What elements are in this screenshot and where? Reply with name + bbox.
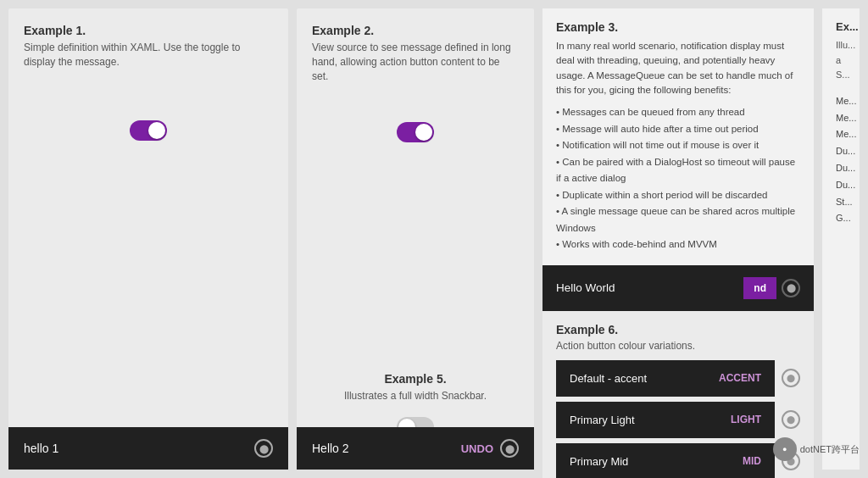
example2-panel: Example 2. View source to see message de…: [297, 8, 534, 470]
ex2-snackbar-right: UNDO ⬤: [461, 439, 519, 458]
partial-item-8: G...: [836, 210, 846, 227]
hello-world-snackbar: Hello World nd ⬤: [542, 265, 814, 311]
ex2-toggle-area: [312, 122, 519, 142]
dotnet-label: dotNET跨平台: [822, 443, 860, 456]
ex6-accent-expand-icon: ⬤: [787, 374, 795, 382]
ex3-title: Example 3.: [556, 20, 800, 34]
ex3-list-item-3: • Notification will not time out if mous…: [556, 137, 800, 154]
ex1-title: Example 1.: [24, 24, 273, 37]
ex3-list: • Messages can be queued from any thread…: [556, 104, 800, 253]
partial-item-1: Me...: [836, 93, 846, 110]
dotnet-watermark: ● dotNET跨平台: [822, 437, 860, 461]
ex6-light-expand[interactable]: ⬤: [782, 410, 800, 429]
hello-world-action[interactable]: nd: [743, 277, 776, 299]
ex3-list-item-6: • A single message queue can be shared a…: [556, 203, 800, 236]
ex5-title: Example 5.: [312, 372, 519, 386]
ex3-list-item-7: • Works with code-behind and MVVM: [556, 236, 800, 253]
ex6-row-3: Primary Mid MID ⬤: [556, 443, 800, 478]
partial-item-4: Du...: [836, 143, 846, 160]
ex6-light-action[interactable]: LIGHT: [731, 414, 761, 425]
partial-item-6: Du...: [836, 177, 846, 194]
ex6-mid-label: Primary Mid: [570, 455, 628, 468]
ex3-list-item-4: • Can be paired with a DialogHost so tim…: [556, 154, 800, 187]
ex6-desc: Action button colour variations.: [556, 340, 800, 352]
ex1-snackbar-text: hello 1: [24, 442, 58, 455]
ex6-row-1: Default - accent ACCENT ⬤: [556, 360, 800, 397]
ex2-title: Example 2.: [312, 24, 519, 37]
ex6-mid-action[interactable]: MID: [743, 455, 761, 467]
partial-line-1: Illu...: [836, 38, 846, 53]
example1-panel: Example 1. Simple definition within XAML…: [8, 8, 288, 470]
ex2-snackbar-text: Hello 2: [312, 442, 349, 455]
ex5-desc: Illustrates a full width Snackbar.: [312, 389, 519, 403]
ex6-snackbar-mid: Primary Mid MID: [556, 443, 775, 478]
example3-panel: Example 3. In many real world scenario, …: [542, 8, 814, 265]
ex6-snackbar-accent: Default - accent ACCENT: [556, 360, 775, 397]
partial-item-2: Me...: [836, 110, 846, 127]
ex6-accent-action[interactable]: ACCENT: [719, 372, 761, 384]
partial-panel: Ex... Illu... a S... Me... Me... Me... D…: [822, 8, 860, 470]
ex3-body: In many real world scenario, notificatio…: [556, 39, 800, 97]
hello-world-right: nd ⬤: [743, 277, 800, 299]
ex6-accent-label: Default - accent: [570, 372, 647, 385]
hello-world-expand[interactable]: ⬤: [782, 279, 800, 297]
ex2-toggle[interactable]: [397, 122, 434, 142]
ex6-title: Example 6.: [556, 323, 800, 336]
hello-world-text: Hello World: [556, 281, 615, 294]
ex3-list-item-5: • Duplicate within a short period will b…: [556, 187, 800, 204]
ex6-accent-expand[interactable]: ⬤: [782, 369, 800, 387]
ex2-desc: View source to see message defined in lo…: [312, 41, 519, 83]
ex6-light-expand-icon: ⬤: [787, 415, 795, 424]
partial-item-3: Me...: [836, 126, 846, 143]
hello-world-expand-icon: ⬤: [787, 283, 796, 292]
example3-column: Example 3. In many real world scenario, …: [542, 8, 814, 470]
ex3-list-item-2: • Message will auto hide after a time ou…: [556, 121, 800, 138]
ex2-undo-button[interactable]: UNDO: [461, 442, 493, 455]
ex3-list-item-1: • Messages can be queued from any thread: [556, 104, 800, 121]
main-layout: Example 1. Simple definition within XAML…: [0, 0, 868, 478]
ex6-snackbar-light: Primary Light LIGHT: [556, 402, 775, 438]
ex1-toggle[interactable]: [130, 120, 167, 141]
ex2-expand-icon: ⬤: [505, 444, 515, 453]
partial-item-7: St...: [836, 194, 846, 211]
partial-line-2: a S...: [836, 53, 846, 83]
ex6-light-label: Primary Light: [570, 414, 635, 426]
partial-body: Illu... a S...: [836, 38, 846, 83]
ex2-snackbar-expand[interactable]: ⬤: [500, 439, 519, 458]
ex6-row-2: Primary Light LIGHT ⬤: [556, 402, 800, 438]
ex1-snackbar-expand[interactable]: ⬤: [254, 439, 273, 458]
partial-list: Me... Me... Me... Du... Du... Du... St..…: [836, 93, 846, 227]
ex1-desc: Simple definition within XAML. Use the t…: [24, 41, 273, 69]
ex1-expand-icon: ⬤: [259, 444, 269, 453]
ex1-toggle-area: [24, 120, 273, 141]
partial-title: Ex...: [836, 20, 846, 33]
partial-item-5: Du...: [836, 160, 846, 177]
ex1-snackbar: hello 1 ⬤: [8, 427, 288, 470]
ex2-snackbar: Hello 2 UNDO ⬤: [297, 427, 534, 470]
